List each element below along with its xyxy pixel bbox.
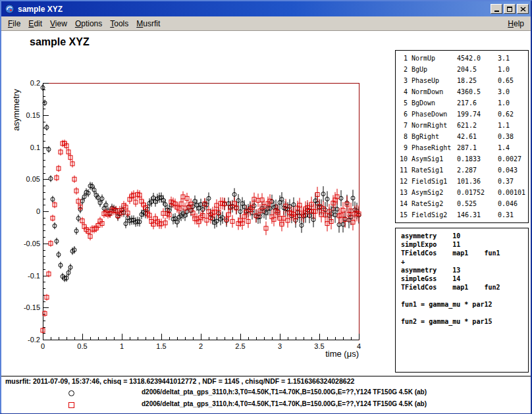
parameter-value: 42.61 [457, 131, 498, 142]
app-icon [5, 4, 14, 14]
parameter-error: 1.4 [498, 142, 528, 153]
parameter-row: 13AsymSig20.017520.00101 [396, 187, 528, 198]
parameter-row: 7NormRight621.21.1 [396, 120, 528, 131]
parameter-value: 146.31 [457, 209, 498, 220]
parameter-error: 3.1 [498, 53, 528, 64]
parameter-row: 2BgUp204.51.0 [396, 64, 528, 75]
minimize-button[interactable] [491, 4, 502, 14]
parameter-row: 5BgDown217.61.0 [396, 97, 528, 109]
parameter-row: 10AsymSig10.18330.0027 [396, 153, 528, 165]
parameter-row: 12FieldSig1101.360.37 [396, 176, 528, 187]
maximize-button[interactable] [504, 4, 516, 14]
x-tick-label: 3 [278, 342, 282, 350]
window-title: sample XYZ [18, 5, 63, 14]
parameter-number: 5 [398, 97, 408, 109]
parameter-row: 3PhaseUp18.250.65 [396, 75, 528, 86]
legend-row: d2006/deltat_pta_gps_3110,h:3,T0=4.50K,T… [1, 387, 531, 399]
theory-line: TFieldCos map1 fun2 [401, 283, 528, 292]
x-tick-label: 1 [120, 342, 124, 350]
parameter-value: 18.25 [457, 75, 498, 86]
y-tick-label: 0 [36, 207, 40, 215]
parameter-name: BgUp [408, 64, 457, 75]
menu-view[interactable]: View [46, 18, 71, 30]
parameter-error: 3.0 [498, 86, 528, 97]
theory-line: simplExpo 11 [401, 240, 528, 249]
parameter-name: RateSig1 [408, 165, 457, 176]
menu-help[interactable]: Help [504, 18, 528, 30]
window-controls [491, 4, 529, 14]
parameter-error: 0.38 [498, 131, 528, 142]
series-h4 [41, 140, 361, 334]
parameter-name: BgDown [408, 97, 457, 109]
parameter-error: 1.0 [498, 64, 528, 75]
theory-line: asymmetry 10 [401, 232, 528, 240]
parameter-value: 199.74 [457, 109, 498, 120]
parameter-number: 14 [398, 198, 408, 209]
theory-line: TFieldCos map1 fun1 [401, 249, 528, 257]
menu-tools[interactable]: Tools [106, 18, 132, 30]
maximize-icon [507, 7, 512, 12]
menu-edit[interactable]: Edit [24, 18, 46, 30]
parameter-name: NormDown [408, 86, 457, 97]
y-tick-label: 0.1 [30, 143, 40, 151]
close-button[interactable] [517, 4, 529, 14]
parameter-value: 0.525 [457, 198, 498, 209]
theory-line [401, 309, 528, 317]
parameter-name: PhaseDown [408, 109, 457, 120]
parameter-row: 6PhaseDown199.740.62 [396, 109, 528, 120]
parameter-error: 0.046 [498, 198, 528, 209]
parameter-value: 0.01752 [457, 187, 498, 198]
parameter-row: 11RateSig12.2870.043 [396, 165, 528, 176]
theory-line: fun1 = gamma_mu * par12 [401, 300, 528, 309]
y-tick-label: 0.2 [30, 79, 40, 87]
parameter-number: 11 [398, 165, 408, 176]
minimize-icon [494, 11, 499, 12]
x-tick-label: 0 [41, 342, 45, 350]
legend-square-marker-icon [68, 402, 74, 408]
x-tick-label: 3.5 [314, 342, 324, 350]
parameter-error: 0.65 [498, 75, 528, 86]
parameter-error: 0.00101 [498, 187, 528, 198]
parameter-number: 3 [398, 75, 408, 86]
parameter-value: 204.5 [457, 64, 498, 75]
parameter-number: 12 [398, 176, 408, 187]
theory-line: simpleGss 14 [401, 274, 528, 283]
parameter-name: NormRight [408, 120, 457, 131]
parameter-number: 10 [398, 153, 408, 165]
parameter-value: 217.6 [457, 97, 498, 109]
parameter-error: 0.37 [498, 176, 528, 187]
theory-line: fun2 = gamma_mu * par15 [401, 317, 528, 326]
parameter-name: NormUp [408, 53, 457, 64]
parameter-name: AsymSig1 [408, 153, 457, 165]
menu-file[interactable]: File [4, 18, 24, 30]
x-axis-title: time (μs) [325, 349, 359, 359]
y-tick-label: 0.15 [26, 111, 40, 119]
parameter-value: 621.2 [457, 120, 498, 131]
menu-musrfit[interactable]: Musrfit [132, 18, 164, 30]
parameter-number: 8 [398, 131, 408, 142]
parameter-error: 0.0027 [498, 153, 528, 165]
titlebar[interactable]: sample XYZ [1, 1, 531, 16]
menu-options[interactable]: Options [71, 18, 106, 30]
parameter-row: 14RateSig20.5250.046 [396, 198, 528, 209]
footer-divider [1, 376, 531, 376]
y-tick-label: -0.05 [24, 240, 40, 247]
legend-label: d2006/deltat_pta_gps_3110,h:4,T0=4.50K,T… [142, 400, 427, 407]
legend-row: d2006/deltat_pta_gps_3110,h:4,T0=4.50K,T… [1, 399, 531, 411]
parameter-number: 4 [398, 86, 408, 97]
parameter-row: 9PhaseRight287.11.4 [396, 142, 528, 153]
parameter-name: AsymSig2 [408, 187, 457, 198]
parameter-value: 101.36 [457, 176, 498, 187]
parameter-name: PhaseUp [408, 75, 457, 86]
y-axis-title: asymmetry [11, 89, 21, 131]
y-tick-label: -0.15 [24, 303, 40, 311]
parameter-row: 1NormUp4542.03.1 [396, 53, 528, 64]
parameter-number: 6 [398, 109, 408, 120]
menubar: File Edit View Options Tools Musrfit Hel… [1, 16, 531, 31]
parameter-error: 1.0 [498, 97, 528, 109]
parameter-row: 4NormDown4360.53.0 [396, 86, 528, 97]
theory-line: + [401, 257, 528, 266]
app-window: sample XYZ File Edit View Options Tools … [0, 0, 532, 414]
parameter-error: 0.043 [498, 165, 528, 176]
x-tick-label: 1.5 [156, 342, 166, 350]
